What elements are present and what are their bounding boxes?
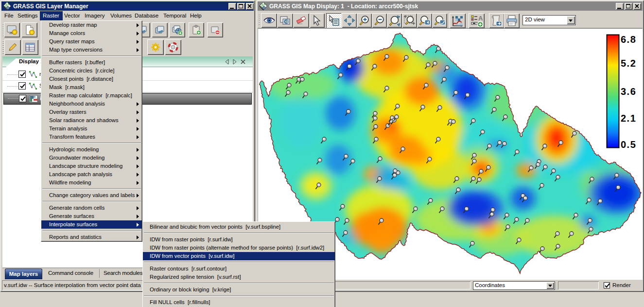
svg-text:A: A (478, 15, 483, 22)
svg-text:3.6: 3.6 (621, 86, 636, 97)
svg-text:2.1: 2.1 (621, 113, 636, 124)
svg-text:0.5: 0.5 (621, 139, 636, 150)
svg-text:5.2: 5.2 (621, 58, 636, 69)
svg-text:6.8: 6.8 (621, 34, 636, 45)
